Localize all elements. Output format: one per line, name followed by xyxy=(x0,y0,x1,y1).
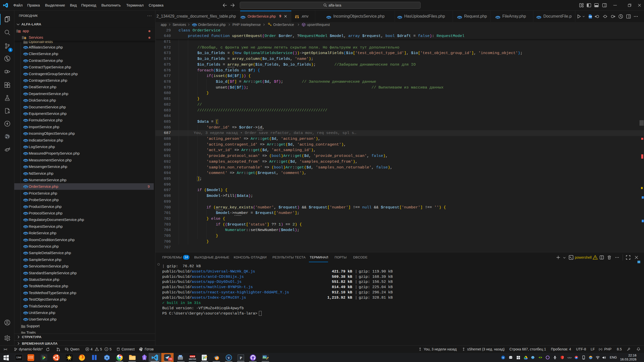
svg-text:php: php xyxy=(24,199,27,201)
svg-text:php: php xyxy=(398,16,401,18)
svg-text:V: V xyxy=(502,356,504,359)
svg-text:PHP: PHP xyxy=(589,16,592,18)
svg-text:php: php xyxy=(24,173,27,175)
svg-text:php: php xyxy=(24,299,27,301)
svg-text:php: php xyxy=(24,179,27,182)
svg-text:php: php xyxy=(24,47,27,49)
svg-text:php: php xyxy=(192,24,196,26)
svg-text:php: php xyxy=(24,86,27,88)
svg-text:php: php xyxy=(24,305,27,308)
svg-text:V: V xyxy=(227,356,230,359)
svg-text:php: php xyxy=(24,166,27,168)
svg-text:php: php xyxy=(24,219,27,221)
svg-text:<A>: <A> xyxy=(568,356,572,359)
svg-text:MEETER: MEETER xyxy=(189,358,196,360)
svg-text:php: php xyxy=(24,153,27,155)
svg-text:php: php xyxy=(24,252,27,254)
svg-text:php: php xyxy=(241,16,245,18)
svg-text:php: php xyxy=(24,93,27,95)
svg-text:php: php xyxy=(24,113,27,115)
svg-text:php: php xyxy=(24,206,27,208)
svg-text:php: php xyxy=(24,73,27,75)
svg-text:{×}: {×} xyxy=(599,348,602,351)
svg-text:php: php xyxy=(496,16,500,18)
svg-text:php: php xyxy=(24,279,27,281)
svg-text:php: php xyxy=(24,66,27,69)
svg-text:php: php xyxy=(24,272,27,275)
svg-text:php: php xyxy=(24,53,27,55)
svg-text:php: php xyxy=(24,312,27,314)
svg-text:php: php xyxy=(458,16,461,18)
svg-text:php: php xyxy=(24,100,27,102)
svg-text:php: php xyxy=(24,285,27,288)
svg-text:php: php xyxy=(24,60,27,62)
svg-text:php: php xyxy=(327,16,331,18)
svg-text:php: php xyxy=(24,186,27,188)
svg-text:php: php xyxy=(24,265,27,268)
svg-text:php: php xyxy=(24,292,27,294)
svg-text:php: php xyxy=(24,193,27,195)
svg-text:P: P xyxy=(239,355,242,360)
svg-text:php: php xyxy=(24,106,27,109)
svg-text:php: php xyxy=(24,226,27,228)
svg-text:php: php xyxy=(24,232,27,235)
svg-text:php: php xyxy=(24,133,27,135)
svg-text:php: php xyxy=(24,80,27,82)
svg-text:php: php xyxy=(24,119,27,122)
svg-text:VOICE: VOICE xyxy=(190,356,195,357)
svg-text:php: php xyxy=(24,146,27,148)
svg-text:php: php xyxy=(24,319,27,321)
svg-text:php: php xyxy=(24,126,27,128)
svg-text:H: H xyxy=(106,356,108,359)
svg-text:php: php xyxy=(24,259,27,261)
svg-text:php: php xyxy=(24,212,27,215)
svg-text:php: php xyxy=(24,239,27,241)
svg-text:php: php xyxy=(24,246,27,248)
svg-text:php: php xyxy=(537,16,541,18)
svg-text:php: php xyxy=(24,159,27,162)
svg-text:php: php xyxy=(24,140,27,142)
